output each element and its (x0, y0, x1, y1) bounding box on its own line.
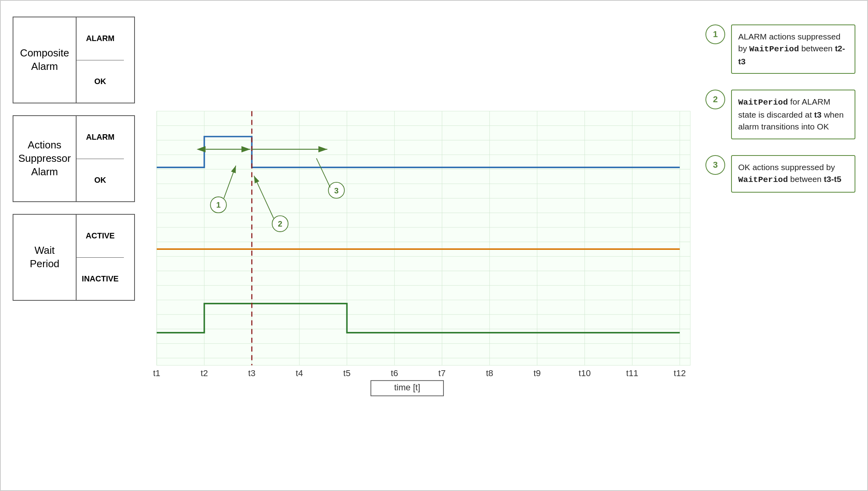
annotation-number-2: 2 (278, 219, 282, 228)
annotation-item-2: 2 WaitPeriod for ALARM state is discarde… (705, 90, 855, 139)
composite-alarm-label-block: Composite Alarm ALARM OK (13, 17, 135, 103)
tick-t4: t4 (296, 368, 303, 378)
tick-t9: t9 (533, 368, 541, 378)
labels-column: Composite Alarm ALARM OK Actions Suppres… (13, 17, 135, 474)
annotations-column: 1 ALARM actions suppressed by WaitPeriod… (705, 17, 855, 474)
annotation-box-1: ALARM actions suppressed by WaitPeriod b… (731, 24, 855, 74)
annotation-number-3: 3 (334, 186, 339, 195)
suppressor-alarm-states: ALARM OK (77, 116, 124, 201)
annotation-item-1: 1 ALARM actions suppressed by WaitPeriod… (705, 24, 855, 74)
annotation-3-range: t3-t5 (824, 174, 841, 184)
tick-t1: t1 (153, 368, 160, 378)
time-axis-label: time [t] (394, 382, 420, 392)
graph-area: 1 2 3 t1 t2 t3 (135, 17, 698, 474)
suppressor-alarm-label: Actions Suppressor Alarm (13, 116, 77, 201)
wait-period-label-block: Wait Period ACTIVE INACTIVE (13, 214, 135, 301)
composite-alarm-states: ALARM OK (77, 17, 124, 103)
annotation-circle-2: 2 (705, 90, 725, 109)
composite-alarm-label: Composite Alarm (13, 17, 77, 103)
suppressor-alarm-state: ALARM (77, 116, 124, 159)
annotation-number-1: 1 (216, 201, 221, 209)
composite-ok-state: OK (77, 60, 124, 103)
suppressor-alarm-label-block: Actions Suppressor Alarm ALARM OK (13, 115, 135, 202)
annotation-circle-1: 1 (705, 24, 725, 44)
annotation-1-keyword: WaitPeriod (749, 45, 799, 54)
suppressor-ok-state: OK (77, 159, 124, 202)
chart-section: Composite Alarm ALARM OK Actions Suppres… (13, 17, 698, 474)
tick-t12: t12 (674, 368, 686, 378)
chart-content: Composite Alarm ALARM OK Actions Suppres… (13, 17, 698, 474)
wait-period-inactive-state: INACTIVE (77, 258, 124, 300)
tick-t3: t3 (248, 368, 255, 378)
annotation-box-2: WaitPeriod for ALARM state is discarded … (731, 90, 855, 139)
wait-period-states: ACTIVE INACTIVE (77, 215, 124, 300)
chart-svg: 1 2 3 t1 t2 t3 (135, 17, 698, 474)
tick-t2: t2 (201, 368, 208, 378)
tick-t8: t8 (486, 368, 493, 378)
annotation-3-keyword: WaitPeriod (738, 175, 788, 184)
tick-t7: t7 (438, 368, 445, 378)
composite-alarm-state: ALARM (77, 17, 124, 60)
tick-t11: t11 (626, 368, 638, 378)
annotation-box-3: OK actions suppressed by WaitPeriod betw… (731, 155, 855, 193)
wait-period-label: Wait Period (13, 215, 77, 300)
annotation-item-3: 3 OK actions suppressed by WaitPeriod be… (705, 155, 855, 193)
annotation-circle-3: 3 (705, 155, 725, 175)
tick-t10: t10 (579, 368, 591, 378)
tick-t6: t6 (391, 368, 398, 378)
wait-period-active-state: ACTIVE (77, 215, 124, 258)
annotation-2-keyword: WaitPeriod (738, 98, 788, 107)
main-container: Composite Alarm ALARM OK Actions Suppres… (0, 0, 868, 491)
annotation-2-time: t3 (814, 110, 822, 119)
tick-t5: t5 (343, 368, 350, 378)
